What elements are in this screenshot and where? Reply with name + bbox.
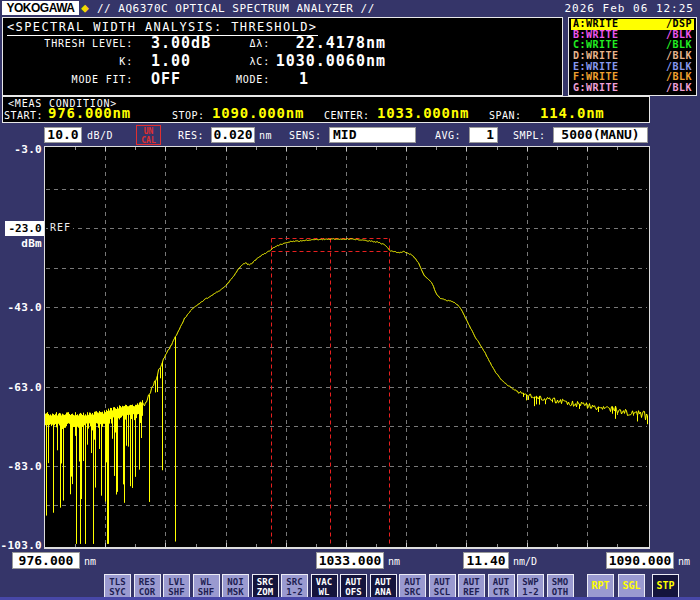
delta-lambda-value: 22.4178nm bbox=[273, 34, 386, 52]
smpl-value: 5000(MANU) bbox=[553, 127, 648, 143]
level-scale-unit: dB/D bbox=[87, 130, 113, 141]
y-tick-label: -103.0 bbox=[0, 539, 42, 552]
page-title: // AQ6370C OPTICAL SPECTRUM ANALYZER // bbox=[97, 2, 375, 15]
y-axis-unit: dBm bbox=[0, 237, 42, 250]
lambda-c-label: λC: bbox=[160, 56, 270, 67]
sens-value: MID bbox=[329, 127, 416, 143]
res-label: RES: bbox=[178, 130, 204, 141]
res-unit: nm bbox=[259, 130, 272, 141]
level-scale-value: 10.0 bbox=[44, 127, 82, 143]
uncal-indicator: UNCAL bbox=[136, 125, 161, 145]
softkey-aut-ctr[interactable]: AUTCTR bbox=[488, 574, 515, 598]
res-value: 0.020 bbox=[211, 127, 255, 143]
x-readout-2: 11.40 bbox=[463, 552, 509, 569]
y-tick-label: -43.0 bbox=[0, 301, 42, 314]
softkey-swp-1-2[interactable]: SWP1-2 bbox=[517, 574, 544, 598]
softkey-smo-oth[interactable]: SMOOTH bbox=[547, 574, 574, 598]
sweep-key-stp[interactable]: STP bbox=[652, 574, 679, 598]
datetime: 2026 Feb 06 12:25 bbox=[564, 2, 694, 15]
trace-row-g[interactable]: G:WRITE/BLK bbox=[571, 83, 694, 94]
meas-center-value: 1033.000nm bbox=[377, 105, 469, 121]
delta-lambda-label: Δλ: bbox=[160, 38, 270, 49]
x-readout-0: 976.000 bbox=[12, 552, 80, 569]
meas-span-label: SPAN: bbox=[489, 110, 522, 121]
smpl-label: SMPL: bbox=[513, 130, 546, 141]
y-tick-label: -83.0 bbox=[0, 460, 42, 473]
sweep-key-rpt[interactable]: RPT bbox=[587, 574, 614, 598]
mode-fit-label: MODE FIT: bbox=[3, 74, 133, 85]
meas-condition-panel: <MEAS CONDITION> START:976.000nmSTOP:109… bbox=[2, 96, 650, 123]
meas-center-label: CENTER: bbox=[324, 110, 370, 121]
softkey-aut-ref[interactable]: AUTREF bbox=[458, 574, 485, 598]
x-readout-1: 1033.000 bbox=[316, 552, 384, 569]
lambda-c-value: 1030.0060nm bbox=[273, 52, 386, 70]
softkey-aut-scl[interactable]: AUTSCL bbox=[429, 574, 456, 598]
ref-line-label: REF bbox=[48, 222, 73, 233]
y-tick-label: -3.0 bbox=[0, 143, 42, 156]
x-readout-unit-0: nm bbox=[84, 556, 96, 567]
meas-span-value: 114.0nm bbox=[540, 105, 605, 121]
avg-label: AVG: bbox=[435, 130, 461, 141]
softkey-res-cor[interactable]: RESCOR bbox=[134, 574, 161, 598]
softkey-aut-ana[interactable]: AUTANA bbox=[370, 574, 397, 598]
yokogawa-diamond-icon: ◆ bbox=[81, 0, 89, 16]
x-readout-unit-3: nm bbox=[678, 556, 690, 567]
meas-stop-label: STOP: bbox=[172, 110, 205, 121]
softkey-noi-msk[interactable]: NOIMSK bbox=[222, 574, 249, 598]
yokogawa-logo: YOKOGAWA bbox=[2, 1, 79, 15]
x-readout-3: 1090.000 bbox=[606, 552, 674, 569]
mode-value: 1 bbox=[299, 70, 309, 88]
sens-label: SENS: bbox=[289, 130, 322, 141]
y-tick-label: -63.0 bbox=[0, 381, 42, 394]
softkey-lvl-shf[interactable]: LVLSHF bbox=[163, 574, 190, 598]
x-readout-unit-1: nm bbox=[388, 556, 400, 567]
y-ref-level-box: -23.0 bbox=[5, 221, 45, 236]
top-bar: YOKOGAWA ◆ // AQ6370C OPTICAL SPECTRUM A… bbox=[0, 0, 700, 17]
softkey-aut-ofs[interactable]: AUTOFS bbox=[340, 574, 367, 598]
meas-stop-value: 1090.000nm bbox=[212, 105, 304, 121]
spectrum-trace-canvas bbox=[45, 147, 648, 547]
meas-start-value: 976.000nm bbox=[48, 105, 131, 121]
softkey-src-zom[interactable]: SRCZOM bbox=[252, 574, 279, 598]
meas-start-label: START: bbox=[4, 110, 43, 121]
softkey-tls-syc[interactable]: TLSSYC bbox=[104, 574, 131, 598]
osa-screen: YOKOGAWA ◆ // AQ6370C OPTICAL SPECTRUM A… bbox=[0, 0, 700, 600]
trace-status-panel: A:WRITE/DSPB:WRITE/BLKC:WRITE/BLKD:WRITE… bbox=[568, 17, 697, 96]
softkey-vac-wl[interactable]: VACWL bbox=[311, 574, 338, 598]
softkey-wl-shf[interactable]: WLSHF bbox=[193, 574, 220, 598]
thresh-level-label: THRESH LEVEL: bbox=[3, 38, 133, 49]
avg-value: 1 bbox=[469, 127, 498, 143]
sweep-key-sgl[interactable]: SGL bbox=[618, 574, 645, 598]
spectrum-plot: REF bbox=[44, 146, 650, 549]
mode-label: MODE: bbox=[160, 74, 270, 85]
k-label: K: bbox=[3, 56, 133, 67]
spectral-width-analysis-panel: <SPECTRAL WIDTH ANALYSIS: THRESHOLD> THR… bbox=[2, 17, 563, 96]
x-readout-unit-2: nm/D bbox=[513, 556, 537, 567]
softkey-aut-src[interactable]: AUTSRC bbox=[399, 574, 426, 598]
softkey-src-1-2[interactable]: SRC1-2 bbox=[281, 574, 308, 598]
